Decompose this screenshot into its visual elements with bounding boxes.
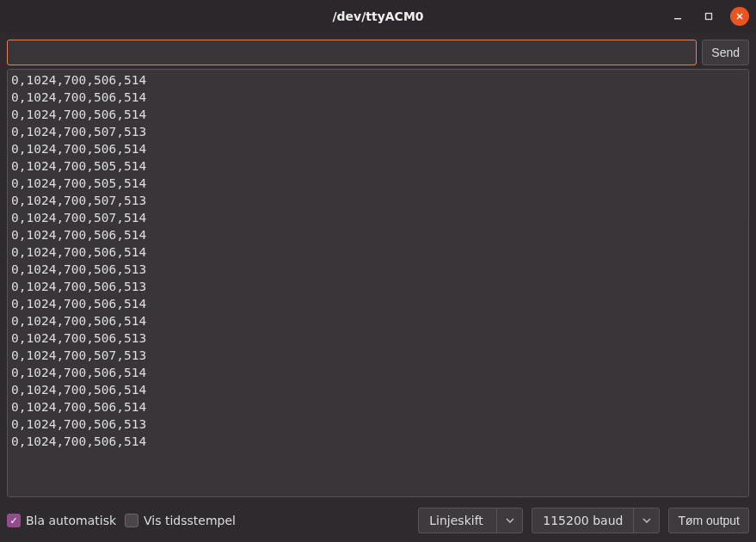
baud-rate-select[interactable]: 115200 baud bbox=[532, 508, 660, 533]
svg-rect-0 bbox=[674, 18, 681, 20]
window-controls bbox=[668, 7, 749, 26]
maximize-icon bbox=[704, 12, 713, 21]
content-area: Send 0,1024,700,507,513 0,1024,700,506,5… bbox=[0, 33, 756, 542]
minimize-button[interactable] bbox=[668, 7, 687, 26]
maximize-button[interactable] bbox=[699, 7, 718, 26]
minimize-icon bbox=[673, 12, 682, 21]
input-row: Send bbox=[7, 40, 749, 65]
baud-rate-value: 115200 baud bbox=[532, 508, 633, 533]
window-title: /dev/ttyACM0 bbox=[0, 9, 756, 23]
titlebar: /dev/ttyACM0 bbox=[0, 0, 756, 33]
timestamp-label: Vis tidsstempel bbox=[144, 514, 236, 527]
footer-bar: Bla automatisk Vis tidsstempel Linjeskif… bbox=[7, 497, 749, 535]
serial-output[interactable]: 0,1024,700,507,513 0,1024,700,506,514 0,… bbox=[7, 69, 749, 497]
autoscroll-checkbox[interactable] bbox=[7, 514, 21, 527]
line-ending-arrow[interactable] bbox=[496, 508, 522, 533]
timestamp-checkbox[interactable] bbox=[125, 514, 138, 527]
serial-monitor-window: /dev/ttyACM0 Send 0,1024,700,507,513 0,1… bbox=[0, 0, 756, 542]
autoscroll-group: Bla automatisk bbox=[7, 514, 116, 527]
close-icon bbox=[735, 12, 744, 21]
line-ending-value: Linjeskift bbox=[419, 508, 496, 533]
timestamp-group: Vis tidsstempel bbox=[125, 514, 236, 527]
svg-rect-1 bbox=[706, 14, 712, 20]
close-button[interactable] bbox=[730, 7, 749, 26]
send-button[interactable]: Send bbox=[702, 40, 749, 65]
clear-output-button[interactable]: Tøm output bbox=[668, 508, 749, 533]
chevron-down-icon bbox=[506, 518, 514, 523]
baud-rate-arrow[interactable] bbox=[633, 508, 659, 533]
serial-output-text: 0,1024,700,507,513 0,1024,700,506,514 0,… bbox=[11, 69, 745, 460]
autoscroll-label: Bla automatisk bbox=[26, 514, 116, 527]
line-ending-select[interactable]: Linjeskift bbox=[418, 508, 523, 533]
chevron-down-icon bbox=[642, 518, 651, 523]
serial-input[interactable] bbox=[7, 40, 697, 65]
